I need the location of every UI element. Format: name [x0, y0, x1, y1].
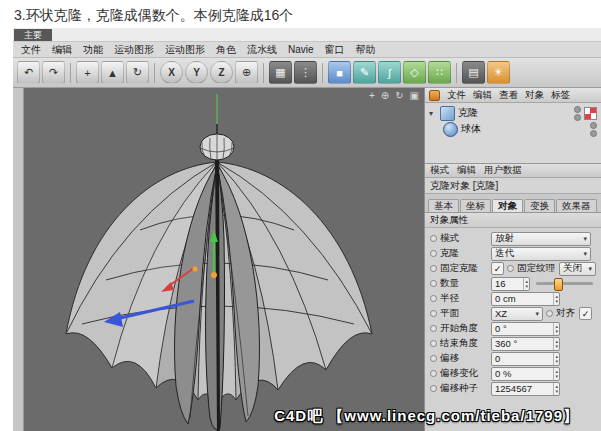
am-menu-userdata[interactable]: 用户数据: [484, 164, 522, 177]
expand-arrow-icon[interactable]: ▾: [429, 109, 437, 118]
render-settings-icon[interactable]: ⋮: [294, 61, 317, 84]
spinner[interactable]: ▴▾: [553, 353, 559, 365]
viewport[interactable]: + ⊕ ↻ ▣: [24, 88, 424, 431]
anim-dot-icon[interactable]: [430, 325, 437, 332]
layout-tab[interactable]: 主要: [14, 29, 52, 41]
menu-mograph-a[interactable]: 运动图形: [114, 43, 154, 57]
subdivision-icon[interactable]: ◇: [403, 61, 426, 84]
view-toggle-icon[interactable]: ▣: [410, 90, 419, 101]
visibility-dot-top[interactable]: [574, 106, 581, 113]
visibility-dots[interactable]: [574, 106, 581, 121]
spline-icon[interactable]: ∫: [378, 61, 401, 84]
view-rotate-icon[interactable]: ↻: [395, 90, 403, 101]
om-menu-edit[interactable]: 编辑: [473, 89, 492, 102]
menu-help[interactable]: 帮助: [356, 43, 376, 57]
offset-field[interactable]: 0 ▴▾: [491, 352, 560, 366]
om-menu-object[interactable]: 对象: [525, 89, 544, 102]
light-icon[interactable]: ☀: [487, 61, 510, 84]
object-row-cloner[interactable]: ▾ 克隆: [427, 105, 599, 121]
plane-dropdown[interactable]: XZ ▾: [491, 307, 543, 321]
offset-seed-field[interactable]: 1254567 ▴▾: [491, 382, 560, 396]
render-view-icon[interactable]: ▦: [269, 61, 292, 84]
om-menu-file[interactable]: 文件: [447, 89, 466, 102]
pen-tool-icon[interactable]: ✎: [353, 61, 376, 84]
anim-dot-icon[interactable]: [430, 340, 437, 347]
menu-file[interactable]: 文件: [21, 43, 41, 57]
spinner-down-icon: ▾: [555, 299, 558, 304]
move-tool-icon[interactable]: +: [76, 61, 99, 84]
visibility-dot-top[interactable]: [590, 122, 597, 129]
radius-field[interactable]: 0 cm ▴▾: [491, 292, 560, 306]
spinner[interactable]: ▴▾: [553, 338, 559, 350]
om-menu-view[interactable]: 查看: [499, 89, 518, 102]
count-field[interactable]: 16 ▴▾: [491, 277, 530, 291]
align-checkbox[interactable]: ✓: [579, 307, 592, 320]
object-label[interactable]: 球体: [461, 122, 481, 136]
texture-tag-icon[interactable]: [584, 107, 597, 120]
view-zoom-icon[interactable]: ⊕: [381, 90, 389, 101]
anim-dot-icon[interactable]: [430, 355, 437, 362]
watermark: C4D吧 【www.linecg.com/tieba/1799】: [274, 407, 579, 426]
tab-transform[interactable]: 变换: [524, 199, 555, 212]
rotate-tool-icon[interactable]: ↻: [126, 61, 149, 84]
object-label[interactable]: 克隆: [458, 106, 478, 120]
tab-effectors[interactable]: 效果器: [556, 199, 597, 212]
redo-icon[interactable]: ↷: [42, 61, 65, 84]
tab-basic[interactable]: 基本: [428, 199, 459, 212]
axis-x-icon[interactable]: X: [160, 61, 183, 84]
menu-navie[interactable]: Navie: [288, 44, 314, 55]
undo-icon[interactable]: ↶: [17, 61, 40, 84]
anim-dot-icon[interactable]: [430, 310, 437, 317]
fix-clone-checkbox[interactable]: ✓: [491, 262, 504, 275]
menu-window[interactable]: 窗口: [325, 43, 345, 57]
spinner[interactable]: ▴▾: [523, 278, 529, 290]
visibility-dot-bottom[interactable]: [574, 114, 581, 121]
end-angle-field[interactable]: 360 ° ▴▾: [491, 337, 560, 351]
camera-icon[interactable]: ▤: [462, 61, 485, 84]
anim-dot-icon[interactable]: [430, 250, 437, 257]
spinner[interactable]: ▴▾: [553, 368, 559, 380]
scale-tool-icon[interactable]: ▲: [101, 61, 124, 84]
anim-dot-icon[interactable]: [430, 235, 437, 242]
anim-dot-icon[interactable]: [546, 310, 553, 317]
visibility-dot-bottom[interactable]: [590, 130, 597, 137]
tab-coordinates[interactable]: 坐标: [460, 199, 491, 212]
attribute-title: 克隆对象 [克隆]: [425, 178, 601, 194]
anim-dot-icon[interactable]: [507, 265, 514, 272]
start-angle-field[interactable]: 0 ° ▴▾: [491, 322, 560, 336]
tab-object[interactable]: 对象: [492, 199, 523, 212]
clones-dropdown[interactable]: 迭代 ▾: [491, 247, 591, 261]
spinner[interactable]: ▴▾: [553, 323, 559, 335]
section-object-properties[interactable]: 对象属性: [425, 213, 601, 228]
menu-create[interactable]: 功能: [83, 43, 103, 57]
fix-texture-dropdown[interactable]: 关闭 ▾: [559, 262, 596, 276]
prop-row-count: 数量 16 ▴▾: [430, 277, 596, 290]
offset-variation-field[interactable]: 0 % ▴▾: [491, 367, 560, 381]
axis-z-icon[interactable]: Z: [210, 61, 233, 84]
object-row-child[interactable]: 球体: [427, 121, 599, 137]
cube-primitive-icon[interactable]: ■: [328, 61, 351, 84]
coordinate-system-icon[interactable]: ⊕: [235, 61, 258, 84]
am-menu-edit[interactable]: 编辑: [457, 164, 476, 177]
menu-character[interactable]: 角色: [216, 43, 236, 57]
view-pan-icon[interactable]: +: [369, 90, 375, 101]
offset-variation-value: 0 %: [495, 368, 553, 379]
count-slider[interactable]: [536, 282, 593, 285]
anim-dot-icon[interactable]: [430, 370, 437, 377]
mode-dropdown[interactable]: 放射 ▾: [491, 232, 591, 246]
om-menu-tag[interactable]: 标签: [551, 89, 570, 102]
menu-mograph-b[interactable]: 运动图形: [165, 43, 205, 57]
menu-pipeline[interactable]: 流水线: [247, 43, 277, 57]
slider-knob[interactable]: [554, 278, 563, 291]
am-menu-mode[interactable]: 模式: [430, 164, 449, 177]
spinner[interactable]: ▴▾: [553, 383, 559, 395]
menu-edit[interactable]: 编辑: [52, 43, 72, 57]
axis-y-icon[interactable]: Y: [185, 61, 208, 84]
anim-dot-icon[interactable]: [430, 295, 437, 302]
anim-dot-icon[interactable]: [430, 265, 437, 272]
visibility-dots[interactable]: [590, 122, 597, 137]
spinner[interactable]: ▴▾: [553, 293, 559, 305]
mograph-cloner-icon[interactable]: ∷: [428, 61, 451, 84]
anim-dot-icon[interactable]: [430, 280, 437, 287]
anim-dot-icon[interactable]: [430, 385, 437, 392]
